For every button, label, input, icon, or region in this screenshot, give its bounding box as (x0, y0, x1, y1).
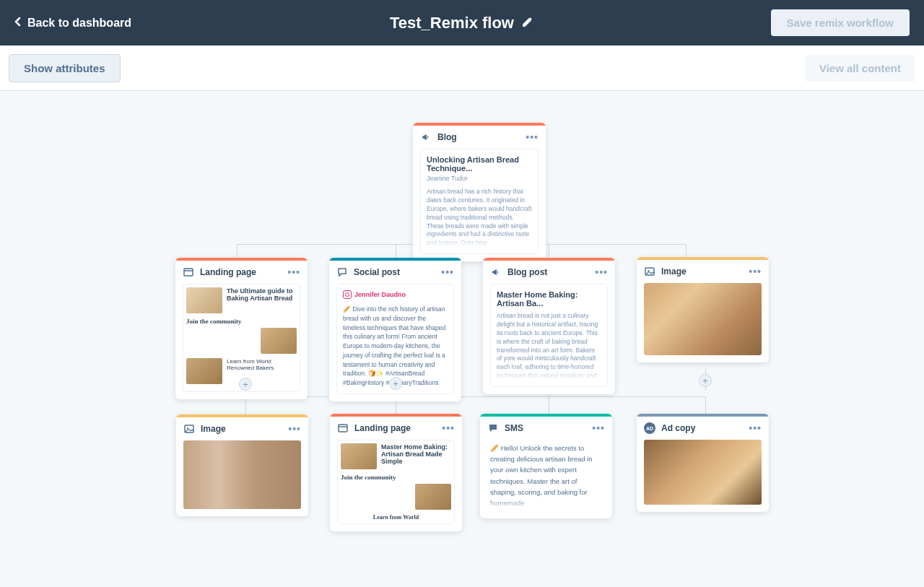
lp-section-text: Learn from World Renowned Bakers (227, 358, 297, 384)
back-to-dashboard-link[interactable]: Back to dashboard (14, 17, 131, 30)
lp-section-text: Learn from World (341, 514, 451, 521)
blog-title: Unlocking Artisan Bread Technique... (427, 155, 532, 173)
connector (705, 396, 706, 414)
thumbnail-image (186, 287, 222, 313)
thumbnail-image (341, 443, 377, 469)
browser-icon (337, 422, 349, 434)
card-menu-button[interactable]: ••• (526, 131, 539, 143)
connector (245, 396, 706, 397)
card-header: Blog ••• (413, 126, 546, 149)
landing-page-card[interactable]: Landing page ••• Master Home Baking: Art… (330, 414, 462, 531)
ad-badge-icon: AD (644, 422, 655, 434)
blog-title: Master Home Baking: Artisan Ba... (497, 290, 601, 308)
chevron-left-icon (14, 17, 22, 30)
show-attributes-button[interactable]: Show attributes (9, 54, 121, 82)
card-type-label: Blog post (507, 267, 589, 277)
author-name: Jennifer Daudno (354, 291, 406, 298)
title-wrap: Test_Remix flow (390, 14, 534, 32)
lp-headline: Master Home Baking: Artisan Bread Made S… (381, 443, 451, 469)
generated-image (644, 283, 762, 355)
card-menu-button[interactable]: ••• (592, 422, 605, 434)
ad-copy-card[interactable]: AD Ad copy ••• (637, 414, 769, 512)
add-node-button[interactable]: + (239, 378, 252, 391)
card-menu-button[interactable]: ••• (749, 422, 762, 434)
card-type-label: Landing page (354, 423, 436, 433)
connector (396, 244, 396, 257)
lp-section-title: Join the community (186, 318, 297, 325)
card-menu-button[interactable]: ••• (441, 266, 454, 278)
instagram-icon (343, 290, 352, 299)
generated-image (183, 440, 301, 509)
card-type-label: Social post (354, 267, 435, 277)
view-all-content-button[interactable]: View all content (805, 55, 915, 82)
image-card[interactable]: Image ••• (176, 414, 308, 516)
svg-rect-0 (184, 269, 193, 276)
card-type-label: SMS (505, 423, 586, 433)
svg-rect-6 (339, 425, 347, 432)
blog-post-card[interactable]: Blog post ••• Master Home Baking: Artisa… (483, 258, 615, 394)
top-bar: Back to dashboard Test_Remix flow Save r… (0, 0, 924, 45)
image-icon (644, 266, 655, 277)
blog-card[interactable]: Blog ••• Unlocking Artisan Bread Techniq… (413, 123, 546, 261)
thumbnail-image (261, 328, 297, 354)
image-card[interactable]: Image ••• (637, 257, 769, 362)
megaphone-icon (420, 131, 432, 143)
add-node-button[interactable]: + (389, 377, 402, 390)
connector (549, 244, 549, 257)
thumbnail-image (186, 358, 222, 384)
card-menu-button[interactable]: ••• (288, 423, 301, 435)
add-node-button[interactable]: + (699, 374, 712, 387)
card-type-label: Ad copy (661, 423, 743, 433)
card-type-label: Blog (437, 132, 520, 142)
sms-body: 🥖 Hello! Unlock the secrets to creating … (487, 440, 605, 511)
browser-icon (183, 266, 194, 278)
back-label: Back to dashboard (27, 17, 131, 30)
card-type-label: Image (201, 424, 282, 434)
card-menu-button[interactable]: ••• (595, 266, 608, 278)
lp-section-title: Join the community (341, 474, 451, 481)
card-menu-button[interactable]: ••• (442, 422, 455, 434)
edit-title-icon[interactable] (521, 15, 534, 31)
megaphone-icon (490, 266, 502, 278)
sms-icon (487, 422, 499, 434)
workflow-canvas[interactable]: + + + Blog ••• Unlocking Artisan Bread T… (0, 91, 924, 587)
social-author: Jennifer Daudno (343, 290, 448, 299)
generated-image (644, 440, 762, 505)
card-menu-button[interactable]: ••• (749, 266, 762, 277)
blog-author: Jeanine Tudor (427, 175, 532, 182)
save-workflow-button[interactable]: Save remix workflow (771, 9, 910, 36)
connector (237, 244, 237, 257)
lp-headline: The Ultimate guide to Baking Artisan Bre… (227, 287, 297, 313)
connector (549, 396, 549, 414)
blog-excerpt: Artisan bread is not just a culinary del… (497, 312, 601, 381)
image-icon (183, 423, 195, 435)
blog-excerpt: Artisan bread has a rich history that da… (427, 188, 532, 248)
card-menu-button[interactable]: ••• (287, 266, 300, 278)
connector (686, 244, 687, 257)
sms-card[interactable]: SMS ••• 🥖 Hello! Unlock the secrets to c… (480, 414, 612, 518)
sub-bar: Show attributes View all content (0, 45, 924, 91)
workflow-title: Test_Remix flow (390, 14, 514, 32)
card-type-label: Image (661, 266, 743, 277)
card-type-label: Landing page (200, 267, 282, 277)
chat-icon (336, 266, 348, 278)
thumbnail-image (415, 484, 451, 510)
social-body: 🥖 Dive into the rich history of artisan … (343, 305, 448, 388)
